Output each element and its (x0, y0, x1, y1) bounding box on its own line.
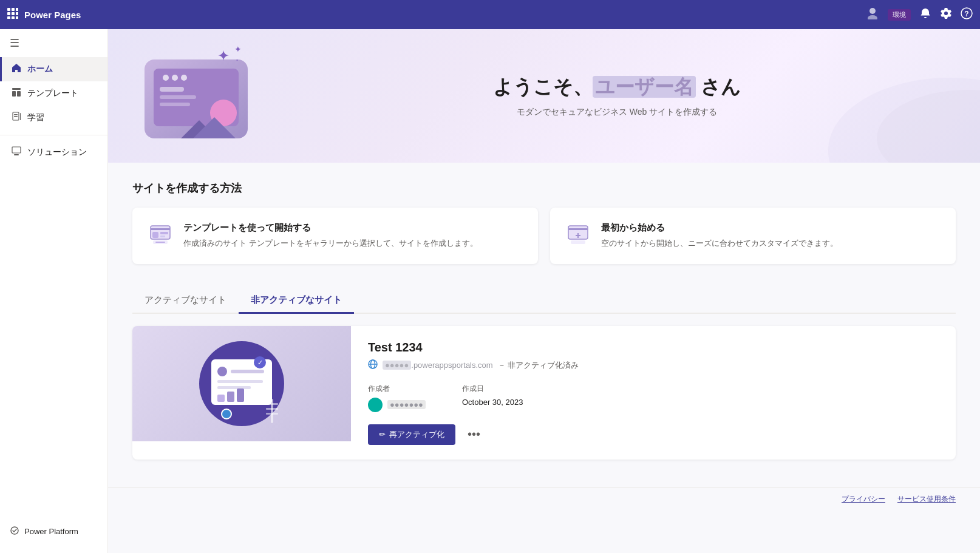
sidebar: ☰ ホーム テンプレート (0, 29, 108, 553)
svg-point-50 (217, 367, 227, 376)
created-meta: 作成日 October 30, 2023 (462, 384, 523, 412)
svg-rect-19 (20, 113, 21, 120)
creation-cards: テンプレートを使って開始する 作成済みのサイト テンプレートをギャラリーから選択… (132, 208, 956, 264)
nav-right: 環境 ? (866, 6, 973, 23)
svg-rect-55 (227, 392, 234, 402)
svg-rect-17 (14, 114, 18, 115)
created-date: October 30, 2023 (462, 398, 523, 407)
tab-inactive-sites[interactable]: 非アクティブなサイト (239, 288, 354, 314)
scratch-card-desc: 空のサイトから開始し、ニーズに合わせてカスタマイズできます。 (601, 237, 941, 249)
page-body: サイトを作成する方法 (108, 163, 980, 487)
author-avatar (368, 398, 383, 412)
sidebar-item-learning[interactable]: 学習 (0, 106, 107, 130)
sparkle-icon-2: ✦ (234, 44, 242, 54)
terms-link[interactable]: サービス使用条件 (897, 494, 956, 504)
created-label: 作成日 (462, 384, 523, 394)
top-navigation: Power Pages 環境 ? (0, 0, 980, 29)
svg-rect-3 (7, 12, 10, 15)
site-status: － 非アクティブ化済み (498, 360, 579, 371)
site-thumb-svg: ✓ (181, 335, 302, 432)
author-meta: 作成者 ●●●●●●● (368, 384, 426, 412)
svg-rect-42 (155, 242, 165, 243)
more-options-button[interactable]: ••• (463, 425, 485, 444)
svg-rect-54 (217, 395, 225, 402)
svg-rect-52 (217, 380, 263, 383)
nav-left: Power Pages (7, 8, 81, 22)
svg-rect-63 (266, 413, 278, 415)
sidebar-divider (0, 135, 107, 135)
svg-rect-2 (16, 8, 18, 11)
reactivate-button[interactable]: ✏ 再アクティブ化 (368, 424, 455, 445)
site-thumbnail: ✓ (132, 326, 351, 441)
sidebar-item-solutions[interactable]: ソリューション (0, 140, 107, 165)
author-label: 作成者 (368, 384, 426, 394)
environment-badge[interactable]: 環境 (888, 9, 911, 21)
svg-rect-56 (237, 388, 244, 402)
svg-rect-30 (160, 103, 190, 106)
site-info: Test 1234 ●●●●●.powerappsportals.com (351, 326, 956, 460)
sidebar-item-home[interactable]: ホーム (0, 57, 107, 81)
svg-rect-37 (151, 228, 170, 230)
svg-rect-18 (14, 116, 18, 117)
svg-point-57 (222, 409, 231, 419)
scratch-card-title: 最初から始める (601, 222, 941, 234)
svg-rect-47 (571, 240, 585, 244)
hero-banner: ✦ ✦ · (108, 29, 980, 163)
site-meta-row: 作成者 ●●●●●●● 作成日 October 30, 2023 (368, 384, 939, 412)
template-card-icon (147, 222, 174, 249)
svg-rect-40 (160, 236, 165, 237)
svg-rect-53 (217, 386, 251, 389)
svg-rect-38 (152, 232, 158, 238)
help-icon[interactable]: ? (961, 7, 973, 22)
site-name: Test 1234 (368, 341, 939, 355)
template-card-text: テンプレートを使って開始する 作成済みのサイト テンプレートをギャラリーから選択… (183, 222, 523, 249)
main-content: ✦ ✦ · (108, 29, 980, 553)
svg-rect-62 (266, 408, 278, 410)
hero-wave-decoration (798, 41, 980, 163)
tab-active-sites[interactable]: アクティブなサイト (132, 288, 239, 314)
svg-text:✓: ✓ (257, 359, 263, 366)
svg-rect-7 (12, 16, 15, 19)
user-icon[interactable] (866, 6, 879, 23)
svg-rect-13 (12, 88, 21, 90)
power-platform-label: Power Platform (24, 527, 78, 536)
privacy-link[interactable]: プライバシー (842, 494, 885, 504)
svg-rect-0 (7, 8, 10, 11)
svg-rect-60 (271, 399, 273, 423)
svg-rect-44 (568, 228, 588, 230)
scratch-card-text: 最初から始める 空のサイトから開始し、ニーズに合わせてカスタマイズできます。 (601, 222, 941, 249)
svg-rect-20 (12, 147, 21, 153)
solutions-icon (12, 146, 21, 158)
svg-rect-5 (16, 12, 18, 15)
hero-illustration: ✦ ✦ · (132, 41, 266, 151)
home-icon (12, 63, 21, 75)
sidebar-toggle[interactable]: ☰ (0, 29, 107, 57)
power-platform-icon (10, 526, 19, 537)
notification-icon[interactable] (919, 7, 931, 22)
card-scratch[interactable]: 最初から始める 空のサイトから開始し、ニーズに合わせてカスタマイズできます。 (550, 208, 956, 264)
svg-rect-14 (12, 91, 16, 97)
svg-rect-15 (17, 91, 21, 97)
svg-rect-6 (7, 16, 10, 19)
hero-username: ユーザー名 (593, 76, 696, 98)
site-url: ●●●●●.powerappsportals.com (383, 361, 493, 370)
svg-point-10 (868, 15, 877, 19)
sparkle-icon-3: · (236, 53, 239, 66)
sidebar-item-templates[interactable]: テンプレート (0, 81, 107, 106)
reactivate-icon: ✏ (379, 430, 386, 439)
sidebar-item-power-platform[interactable]: Power Platform (0, 520, 107, 543)
card-template[interactable]: テンプレートを使って開始する 作成済みのサイト テンプレートをギャラリーから選択… (132, 208, 538, 264)
svg-rect-1 (12, 8, 15, 11)
settings-icon[interactable] (940, 7, 952, 22)
svg-text:?: ? (964, 10, 968, 18)
globe-icon (368, 359, 378, 371)
svg-point-25 (163, 75, 169, 81)
svg-rect-4 (12, 12, 15, 15)
svg-point-9 (869, 8, 876, 14)
site-card-test1234: ✓ Test 1234 (132, 326, 956, 460)
author-name-masked: ●●●●●●● (387, 400, 426, 409)
learning-icon (12, 112, 21, 124)
app-title: Power Pages (24, 10, 81, 20)
sidebar-bottom: Power Platform (0, 520, 107, 553)
waffle-icon[interactable] (7, 8, 18, 22)
